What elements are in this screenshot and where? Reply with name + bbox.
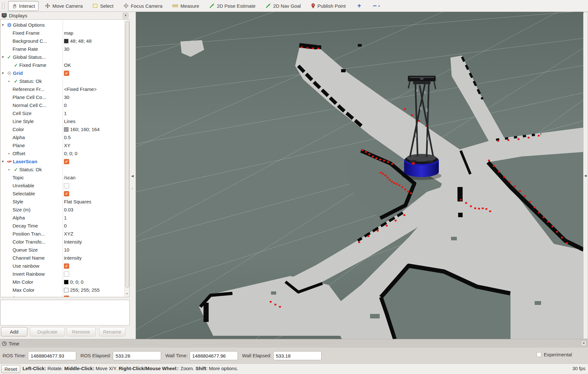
expander-icon[interactable]: ▾ [2,157,4,165]
tree-row-max-color[interactable]: Max Color255; 255; 255 [1,286,124,294]
tree-row-queue-size[interactable]: Queue Size10 [1,246,124,254]
tool-select[interactable]: Select [89,1,117,11]
tool-interact[interactable]: Interact [8,1,39,11]
tree-row-invert-rainbow[interactable]: Invert Rainbow [1,270,124,278]
tree-row-style[interactable]: StyleFlat Squares [1,198,124,206]
add-button[interactable]: Add [1,327,27,336]
property-value[interactable]: 0; 0; 0 [64,149,77,157]
expander-icon[interactable]: ▾ [2,69,4,77]
tree-row-frame-rate[interactable]: Frame Rate30 [1,45,124,53]
tree-row-size-m[interactable]: Size (m)0.03 [1,206,124,214]
tree-row-status-ok[interactable]: ▸✓Status: Ok [1,165,124,174]
tree-row-decay-time[interactable]: Decay Time0 [1,222,124,230]
expander-icon[interactable]: ▸ [8,77,10,85]
tree-row-alpha[interactable]: Alpha0.5 [1,133,124,141]
property-checkbox[interactable] [64,183,69,188]
tree-row-unreliable[interactable]: Unreliable [1,182,124,190]
close-icon[interactable]: ✕ [581,341,586,346]
tree-scrollbar[interactable]: ▼ [124,20,129,297]
tool-2d-nav-goal[interactable]: 2D Nav Goal [262,1,304,11]
property-value[interactable]: 30 [64,93,69,101]
tree-row-status-ok[interactable]: ▸✓Status: Ok [1,77,124,85]
property-value[interactable]: 0.5 [64,133,71,141]
ros-time-input[interactable]: 1488804677.93 [28,351,76,360]
property-value[interactable]: 1 [64,109,67,117]
reset-button[interactable]: Reset [1,365,20,373]
property-value[interactable]: <Fixed Frame> [64,85,97,93]
property-value[interactable]: intensity [64,254,82,262]
color-swatch[interactable] [64,39,68,43]
tree-row-alpha[interactable]: Alpha1 [1,214,124,222]
tree-row-fixed-frame[interactable]: Fixed Framemap [1,29,124,37]
tree-row-plane[interactable]: PlaneXY [1,141,124,149]
collapse-left-icon[interactable]: ◀ [584,174,587,177]
tree-row-background-c[interactable]: Background C...48; 48; 48 [1,37,124,45]
remove-tool-button[interactable]: − ▾ [366,2,380,10]
rename-button[interactable]: Rename [99,327,125,336]
property-value[interactable]: 10 [64,246,69,254]
toolbar-drag-handle[interactable] [2,2,5,9]
wall-time-input[interactable]: 1488804677.96 [190,351,238,360]
property-value[interactable]: Flat Squares [64,198,91,206]
displays-panel-header[interactable]: Displays ✕ [0,12,130,19]
property-value[interactable]: 0.03 [64,206,73,214]
expander-icon[interactable]: ▸ [8,165,10,174]
experimental-toggle[interactable]: Experimental [537,352,572,357]
displays-tree[interactable]: ▾Global OptionsFixed FramemapBackground … [0,19,130,297]
tree-row-position-tran[interactable]: Position Tran...XYZ [1,230,124,238]
ros-elapsed-input[interactable]: 533.26 [113,351,161,360]
scrollbar-thumb[interactable] [125,21,129,288]
views-panel-collapsed[interactable]: ◀ [583,12,588,339]
expander-icon[interactable]: ▾ [2,53,4,61]
tree-row-fixed-frame[interactable]: ✓Fixed FrameOK [1,61,124,69]
property-value[interactable]: XYZ [64,230,73,238]
tree-row-topic[interactable]: Topic/scan [1,174,124,182]
tool-focus-camera[interactable]: Focus Camera [120,1,166,11]
tree-row-use-rainbow[interactable]: Use rainbow✓ [1,262,124,270]
tree-row-global-options[interactable]: ▾Global Options [1,21,124,29]
tree-row-channel-name[interactable]: Channel Nameintensity [1,254,124,262]
collapse-left-icon[interactable]: ◀ [131,174,134,178]
property-value[interactable]: /scan [64,174,76,182]
tree-row-offset[interactable]: ▸Offset0; 0; 0 [1,149,124,157]
close-icon[interactable]: ✕ [123,13,128,18]
color-swatch[interactable] [64,280,68,284]
property-value[interactable]: 0 [64,222,67,230]
property-value[interactable]: map [64,29,73,37]
property-checkbox[interactable]: ✓ [64,71,69,76]
expander-icon[interactable]: ▸ [8,149,10,157]
property-value[interactable]: 0; 0; 0 [70,278,84,286]
duplicate-button[interactable]: Duplicate [30,327,65,336]
tool-2d-pose-estimate[interactable]: 2D Pose Estimate [206,1,259,11]
property-value[interactable]: 160; 160; 164 [70,125,100,133]
tree-row-plane-cell-co[interactable]: Plane Cell Co...30 [1,93,124,101]
tree-row-laserscan[interactable]: ▾LaserScan✓ [1,157,124,165]
property-value[interactable]: 255; 255; 255 [70,286,100,294]
remove-button[interactable]: Remove [67,327,95,336]
tool-publish-point[interactable]: Publish Point [307,1,349,11]
tree-row-selectable[interactable]: Selectable✓ [1,190,124,198]
tool-measure[interactable]: Measure [169,1,203,11]
tree-row-color[interactable]: Color160; 160; 164 [1,125,124,133]
wall-elapsed-input[interactable]: 533.18 [273,351,321,360]
tree-row-grid[interactable]: ▾Grid✓ [1,69,124,77]
tree-row-autocompute[interactable]: Autocompute...✓ [1,294,124,297]
color-swatch[interactable] [64,288,68,292]
property-value[interactable]: OK [64,61,71,69]
property-value[interactable]: Intensity [64,238,82,246]
add-tool-button[interactable]: + [357,2,361,10]
3d-viewport[interactable] [136,12,583,339]
property-value[interactable]: 30 [64,45,69,53]
scroll-down-icon[interactable]: ▼ [125,292,129,295]
tree-row-reference-fr[interactable]: Reference Fr...<Fixed Frame> [1,85,124,93]
expander-icon[interactable]: ▾ [2,21,4,29]
property-value[interactable]: 0 [64,101,67,109]
property-value[interactable]: Lines [64,117,76,125]
tree-row-global-status[interactable]: ▾✓Global Status... [1,53,124,61]
property-value[interactable]: 1 [64,214,67,222]
tree-row-color-transfo[interactable]: Color Transfo...Intensity [1,238,124,246]
tree-row-line-style[interactable]: Line StyleLines [1,117,124,125]
property-checkbox[interactable] [64,272,69,277]
color-swatch[interactable] [64,127,68,132]
tree-row-cell-size[interactable]: Cell Size1 [1,109,124,117]
